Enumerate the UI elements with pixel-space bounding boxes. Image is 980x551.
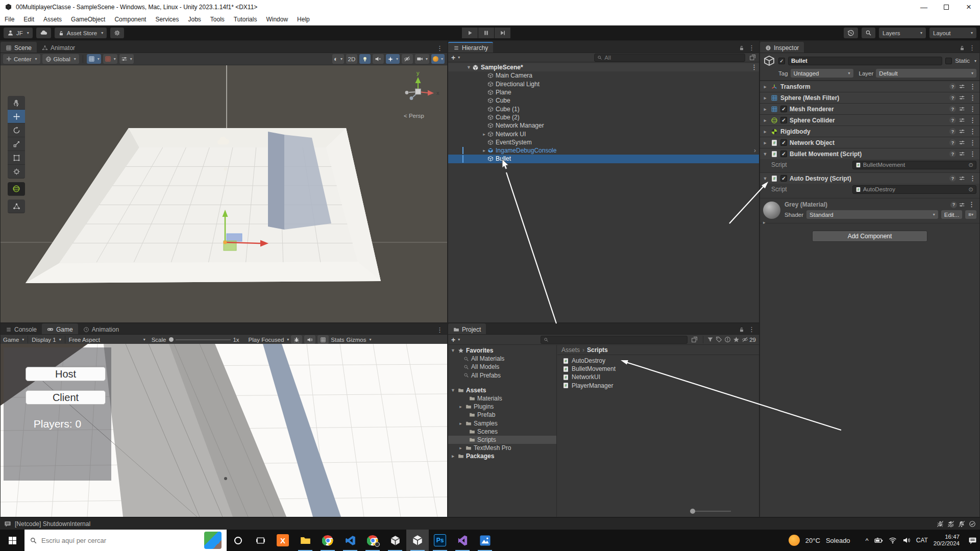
keyboard-language[interactable]: CAT bbox=[916, 537, 928, 544]
presets-icon[interactable] bbox=[959, 202, 965, 208]
taskbar-chrome[interactable] bbox=[316, 530, 339, 551]
folder-materials[interactable]: Materials bbox=[448, 394, 556, 403]
hierarchy-item-main-camera[interactable]: Main Camera bbox=[448, 71, 759, 80]
hierarchy-item-plane[interactable]: Plane bbox=[448, 88, 759, 96]
import-log-icon[interactable] bbox=[724, 336, 731, 343]
snap-increment-button[interactable]: ▾ bbox=[119, 54, 134, 64]
script-reference-field[interactable]: BulletMovement ⊙ bbox=[852, 161, 976, 169]
vsync-button[interactable] bbox=[317, 335, 329, 344]
component-mesh-renderer[interactable]: ▸ ✓ Mesh Renderer ?⋮ bbox=[760, 103, 979, 114]
hand-tool-button[interactable] bbox=[8, 96, 25, 110]
prefab-open-arrow[interactable]: › bbox=[754, 147, 759, 154]
weather-desc[interactable]: Soleado bbox=[826, 537, 850, 544]
scene-visibility-toggle[interactable] bbox=[402, 54, 413, 64]
file-autodestroy[interactable]: AutoDestroy bbox=[557, 357, 759, 365]
breadcrumb-assets[interactable]: Assets bbox=[561, 346, 580, 354]
help-icon[interactable]: ? bbox=[949, 139, 956, 146]
search-button[interactable] bbox=[862, 28, 875, 38]
taskbar-visual-studio[interactable] bbox=[451, 530, 474, 551]
folder-textmesh-pro[interactable]: ▸TextMesh Pro bbox=[448, 444, 556, 452]
help-icon[interactable]: ? bbox=[949, 83, 956, 90]
taskbar-task-view[interactable] bbox=[249, 530, 272, 551]
component-enabled-checkbox[interactable]: ✓ bbox=[780, 117, 787, 123]
component-kebab[interactable]: ⋮ bbox=[968, 107, 977, 112]
menu-gameobject[interactable]: GameObject bbox=[66, 16, 110, 23]
scale-slider-handle[interactable] bbox=[169, 337, 174, 342]
taskbar-unity-hub[interactable] bbox=[384, 530, 406, 551]
tab-project[interactable]: Project bbox=[448, 323, 486, 334]
hierarchy-menu-kebab[interactable]: ⋮ bbox=[747, 45, 756, 51]
hierarchy-item-eventsystem[interactable]: EventSystem bbox=[448, 138, 759, 146]
custom-tool-button[interactable] bbox=[8, 199, 25, 213]
debug-button[interactable] bbox=[291, 335, 302, 344]
expand-arrow[interactable]: ▸ bbox=[481, 148, 487, 153]
favorites-header[interactable]: ▼Favorites bbox=[448, 346, 556, 355]
material-list-button[interactable]: ≡▾ bbox=[965, 210, 976, 219]
presets-icon[interactable] bbox=[959, 151, 965, 157]
clock[interactable]: 16:47 20/2/2024 bbox=[934, 534, 960, 547]
folder-prefab[interactable]: Prefab bbox=[448, 411, 556, 419]
tag-dropdown[interactable]: Untagged▾ bbox=[791, 69, 853, 78]
presets-icon[interactable] bbox=[959, 117, 965, 123]
presets-icon[interactable] bbox=[959, 106, 965, 112]
tab-game[interactable]: Game bbox=[42, 323, 78, 334]
tab-inspector[interactable]: Inspector bbox=[760, 42, 804, 53]
lock-icon[interactable] bbox=[959, 45, 965, 51]
component-bullet-movement[interactable]: ▼ ✓ Bullet Movement (Script) ?⋮ bbox=[760, 148, 979, 159]
open-new-window-icon[interactable] bbox=[749, 54, 756, 61]
file-bulletmovement[interactable]: BulletMovement bbox=[557, 365, 759, 373]
undo-history-button[interactable] bbox=[844, 28, 858, 38]
lock-icon[interactable] bbox=[739, 327, 745, 333]
shader-dropdown[interactable]: Standard▾ bbox=[806, 210, 938, 219]
hierarchy-search-field[interactable]: All bbox=[594, 54, 745, 62]
menu-services[interactable]: Services bbox=[151, 16, 183, 23]
component-transform[interactable]: ▸ Transform ?⋮ bbox=[760, 81, 979, 92]
open-new-window-icon[interactable] bbox=[691, 336, 698, 343]
account-button[interactable]: JF▾ bbox=[4, 28, 33, 38]
game-viewport[interactable]: Host Client Players: 0 bbox=[1, 344, 447, 517]
hierarchy-item-cube-1[interactable]: Cube (1) bbox=[448, 105, 759, 113]
shader-edit-button[interactable]: Edit... bbox=[941, 210, 962, 219]
layers-dropdown[interactable]: Layers▾ bbox=[879, 28, 926, 38]
favorite-all-models[interactable]: All Models bbox=[448, 363, 556, 371]
component-kebab[interactable]: ⋮ bbox=[968, 95, 977, 101]
move-tool-button[interactable] bbox=[8, 110, 25, 123]
assets-header[interactable]: ▼Assets bbox=[448, 386, 556, 394]
menu-file[interactable]: File bbox=[0, 16, 19, 23]
search-by-type-icon[interactable] bbox=[707, 336, 714, 343]
taskbar-photoshop[interactable]: Ps bbox=[429, 530, 451, 551]
menu-tools[interactable]: Tools bbox=[206, 16, 229, 23]
hierarchy-item-cube-2[interactable]: Cube (2) bbox=[448, 113, 759, 121]
camera-settings-dropdown[interactable]: ▾ bbox=[415, 54, 429, 64]
component-kebab[interactable]: ⋮ bbox=[968, 129, 977, 134]
component-kebab[interactable]: ⋮ bbox=[968, 152, 977, 157]
menu-edit[interactable]: Edit bbox=[19, 16, 39, 23]
play-button[interactable] bbox=[462, 28, 478, 38]
component-enabled-checkbox[interactable]: ✓ bbox=[780, 175, 787, 182]
hierarchy-item-ingamedebugconsole[interactable]: ▸IngameDebugConsole› bbox=[448, 146, 759, 155]
tab-scene[interactable]: Scene bbox=[1, 42, 37, 53]
scale-slider-track[interactable] bbox=[176, 339, 231, 340]
taskbar-photos[interactable] bbox=[474, 530, 496, 551]
component-network-object[interactable]: ▸ ✓ Network Object ?⋮ bbox=[760, 137, 979, 148]
material-foldout-arrow[interactable]: ▸ bbox=[763, 220, 766, 225]
favorites-filter-icon[interactable] bbox=[733, 336, 740, 343]
lock-icon[interactable] bbox=[739, 45, 745, 51]
notifications-off-icon[interactable] bbox=[958, 520, 965, 528]
play-focused-dropdown[interactable]: Play Focused▾ bbox=[249, 337, 289, 343]
help-icon[interactable]: ? bbox=[949, 151, 956, 157]
help-icon[interactable]: ? bbox=[949, 128, 956, 135]
material-kebab[interactable]: ⋮ bbox=[967, 202, 976, 207]
scene-row-kebab[interactable]: ⋮ bbox=[749, 65, 759, 70]
component-enabled-checkbox[interactable]: ✓ bbox=[780, 139, 787, 146]
presets-icon[interactable] bbox=[959, 175, 965, 182]
object-picker-icon[interactable]: ⊙ bbox=[968, 186, 973, 193]
grid-snapping-toggle[interactable]: ▾ bbox=[87, 54, 101, 64]
rotate-tool-button[interactable] bbox=[8, 123, 25, 137]
project-search-field[interactable] bbox=[541, 336, 688, 344]
cloud-button[interactable] bbox=[36, 28, 51, 38]
help-icon[interactable]: ? bbox=[949, 106, 956, 112]
file-playermanager[interactable]: PlayerManager bbox=[557, 382, 759, 390]
gizmos-dropdown[interactable]: ▾ bbox=[431, 54, 445, 64]
static-dropdown[interactable]: ▾ bbox=[974, 59, 976, 63]
